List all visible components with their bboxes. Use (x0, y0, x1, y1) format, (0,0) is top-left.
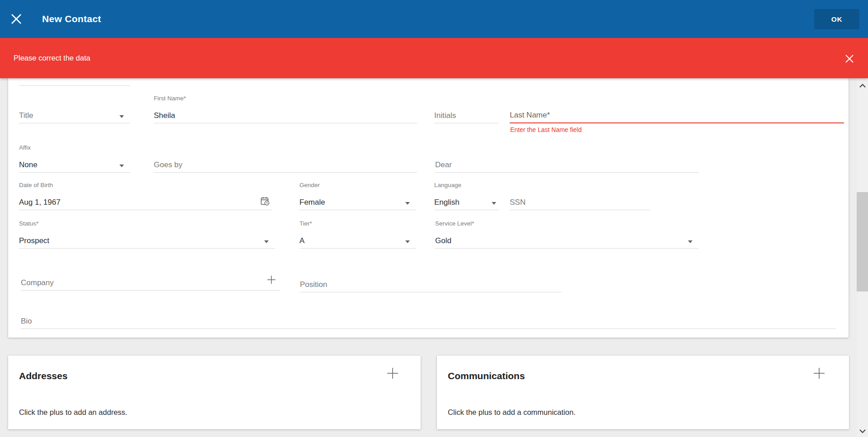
first-name-label: First Name* (154, 95, 186, 102)
first-name-value: Sheila (154, 111, 175, 120)
communications-hint: Click the plus to add a communication. (448, 408, 575, 417)
initials-field[interactable]: Initials (434, 94, 498, 123)
service-level-field[interactable]: Service Level* Gold (435, 219, 699, 249)
date-of-birth-label: Date of Birth (19, 182, 53, 188)
goes-by-placeholder: Goes by (154, 160, 182, 169)
position-placeholder: Position (300, 280, 327, 289)
chevron-down-icon (264, 240, 269, 243)
last-name-error: Enter the Last Name field (510, 126, 582, 133)
gender-label: Gender (299, 182, 320, 188)
error-banner: Please correct the data (0, 38, 868, 78)
affix-value: None (19, 160, 38, 169)
date-of-birth-field[interactable]: Date of Birth Aug 1, 1967 (19, 180, 271, 210)
title-field[interactable]: Title (19, 94, 130, 123)
company-field[interactable]: Company (21, 261, 280, 291)
chevron-down-icon (119, 115, 124, 118)
dear-field[interactable]: Dear (435, 143, 699, 173)
company-placeholder: Company (21, 278, 54, 287)
error-banner-message: Please correct the data (14, 38, 90, 78)
initials-placeholder: Initials (434, 111, 456, 120)
status-label: Status* (19, 220, 39, 227)
gender-value: Female (299, 198, 325, 207)
service-level-label: Service Level* (435, 220, 474, 227)
service-level-value: Gold (435, 236, 451, 245)
addresses-card: Addresses Click the plus to add an addre… (8, 356, 421, 429)
language-label: Language (434, 182, 461, 188)
ok-button[interactable]: OK (814, 9, 859, 29)
ssn-field[interactable]: SSN (510, 180, 650, 210)
affix-field[interactable]: Affix None (19, 143, 130, 173)
chevron-down-icon (688, 240, 693, 243)
close-icon[interactable] (10, 13, 23, 25)
chevron-down-icon (859, 429, 866, 433)
last-name-field[interactable]: Last Name* Enter the Last Name field (510, 94, 844, 123)
banner-close-icon[interactable] (844, 53, 855, 64)
chevron-down-icon (492, 202, 496, 205)
bio-placeholder: Bio (21, 317, 32, 326)
status-value: Prospect (19, 236, 49, 245)
calendar-clock-icon[interactable] (260, 196, 270, 207)
title-placeholder: Title (19, 111, 33, 120)
clipped-field-underline (19, 85, 130, 86)
scroll-down-button[interactable] (857, 425, 868, 437)
tier-label: Tier* (299, 220, 312, 227)
language-field[interactable]: Language English (434, 180, 499, 210)
gender-field[interactable]: Gender Female (299, 180, 416, 210)
bio-field[interactable]: Bio (21, 299, 836, 329)
affix-label: Affix (19, 144, 31, 151)
app-bar: New Contact OK (0, 0, 868, 38)
communications-card: Communications Click the plus to add a c… (437, 356, 849, 429)
last-name-placeholder: Last Name* (510, 111, 550, 120)
language-value: English (434, 198, 460, 207)
chevron-down-icon (119, 164, 124, 167)
communications-title: Communications (448, 371, 525, 381)
chevron-up-icon (859, 84, 866, 88)
goes-by-field[interactable]: Goes by (154, 143, 417, 173)
scrollbar-thumb[interactable] (857, 192, 868, 291)
add-communication-icon[interactable] (813, 367, 825, 380)
dear-placeholder: Dear (435, 160, 452, 169)
add-address-icon[interactable] (386, 367, 399, 380)
page-title: New Contact (42, 0, 101, 38)
chevron-down-icon (405, 202, 410, 205)
scroll-up-button[interactable] (857, 80, 868, 92)
tier-field[interactable]: Tier* A (299, 219, 416, 249)
date-of-birth-value: Aug 1, 1967 (19, 198, 61, 207)
position-field[interactable]: Position (300, 263, 561, 292)
addresses-hint: Click the plus to add an address. (19, 408, 127, 417)
chevron-down-icon (405, 240, 410, 243)
tier-value: A (299, 236, 304, 245)
addresses-title: Addresses (19, 371, 67, 381)
add-company-icon[interactable] (266, 275, 276, 285)
ssn-placeholder: SSN (510, 198, 526, 207)
first-name-field[interactable]: First Name* Sheila (154, 94, 417, 123)
status-field[interactable]: Status* Prospect (19, 219, 275, 249)
